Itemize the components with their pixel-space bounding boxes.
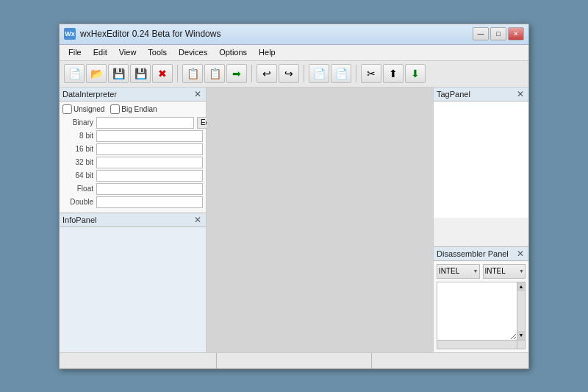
disasm-dropdown1-wrapper: INTEL	[437, 264, 480, 279]
data-interpreter-title: DataInterpreter	[62, 90, 117, 99]
disasm-scroll-area: ▲ ▼	[437, 282, 526, 341]
di-64bit-input[interactable]	[96, 170, 203, 182]
menu-tools[interactable]: Tools	[142, 46, 173, 58]
data-interpreter-panel: DataInterpreter ✕ Unsigned Big Endian	[60, 88, 206, 213]
big-endian-checkbox-label[interactable]: Big Endian	[110, 104, 157, 114]
new-button[interactable]: 📄	[64, 64, 85, 83]
di-64bit-label: 64 bit	[62, 171, 93, 179]
di-double-label: Double	[62, 198, 93, 206]
minimize-button[interactable]: —	[473, 27, 489, 40]
di-16bit-row: 16 bit	[62, 143, 203, 155]
menu-options[interactable]: Options	[213, 46, 253, 58]
app-icon: Wx	[64, 28, 76, 40]
disasm-hscroll-row	[437, 341, 526, 349]
big-endian-checkbox[interactable]	[110, 104, 120, 114]
window-controls: — □ ✕	[473, 27, 524, 40]
di-32bit-label: 32 bit	[62, 158, 93, 166]
di-32bit-input[interactable]	[96, 157, 203, 168]
page-next-button[interactable]: 📄	[331, 64, 351, 83]
hex-editor-area[interactable]	[207, 88, 433, 352]
data-interpreter-close[interactable]: ✕	[193, 89, 203, 99]
toolbar: 📄 📂 💾 💾 ✖ 📋 📋 ➡ ↩ ↪ 📄 📄 ✂ ⬆ ⬇	[60, 61, 528, 88]
disasm-vertical-scrollbar[interactable]: ▲ ▼	[517, 282, 526, 341]
copy-button[interactable]: 📋	[182, 64, 203, 83]
di-float-label: Float	[62, 185, 93, 193]
menu-bar: File Edit View Tools Devices Options Hel…	[60, 45, 528, 61]
unsigned-checkbox[interactable]	[62, 104, 72, 114]
status-segment-2	[217, 353, 371, 368]
cut-button[interactable]: ✂	[361, 64, 381, 83]
di-16bit-label: 16 bit	[62, 145, 93, 153]
forward-button[interactable]: ➡	[226, 64, 247, 83]
info-panel: InfoPanel ✕	[60, 213, 206, 352]
page-prev-button[interactable]: 📄	[309, 64, 329, 83]
di-double-row: Double	[62, 196, 203, 208]
menu-edit[interactable]: Edit	[87, 46, 113, 58]
disasm-scroll-up[interactable]: ▲	[517, 282, 525, 291]
unsigned-checkbox-label[interactable]: Unsigned	[62, 104, 104, 114]
right-panel: TagPanel ✕ Disassembler Panel ✕ INTEL	[433, 88, 528, 352]
disasm-dropdown2-wrapper: INTEL	[483, 264, 526, 279]
tag-panel-close[interactable]: ✕	[515, 89, 526, 99]
tag-panel-body	[434, 101, 528, 218]
di-8bit-label: 8 bit	[62, 132, 93, 140]
di-options-row: Unsigned Big Endian	[62, 104, 203, 114]
status-segment-1	[62, 353, 217, 368]
status-bar	[60, 352, 528, 368]
disasm-panel-body: INTEL INTEL ▲ ▼	[434, 261, 528, 352]
close-file-button[interactable]: ✖	[152, 64, 173, 83]
left-panel: DataInterpreter ✕ Unsigned Big Endian	[60, 88, 207, 352]
info-panel-body	[60, 227, 206, 316]
di-float-row: Float	[62, 183, 203, 195]
data-interpreter-header: DataInterpreter ✕	[60, 88, 206, 101]
redo-button[interactable]: ↪	[279, 64, 299, 83]
info-panel-close[interactable]: ✕	[193, 215, 203, 225]
di-16bit-input[interactable]	[96, 143, 203, 155]
menu-file[interactable]: File	[62, 46, 87, 58]
toolbar-separator-1	[177, 65, 178, 82]
tag-panel-title: TagPanel	[437, 90, 470, 99]
di-binary-label: Binary	[62, 118, 93, 126]
undo-button[interactable]: ↩	[257, 64, 277, 83]
tag-panel-header: TagPanel ✕	[434, 88, 528, 101]
info-panel-header: InfoPanel ✕	[60, 213, 206, 227]
disasm-text-area[interactable]	[437, 282, 517, 341]
disasm-dropdowns: INTEL INTEL	[437, 264, 526, 279]
menu-devices[interactable]: Devices	[173, 46, 213, 58]
di-8bit-row: 8 bit	[62, 130, 203, 142]
toolbar-separator-2	[251, 65, 252, 82]
di-64bit-row: 64 bit	[62, 170, 203, 182]
copy2-button[interactable]: ⬆	[383, 64, 404, 83]
di-float-input[interactable]	[96, 183, 203, 195]
main-content: DataInterpreter ✕ Unsigned Big Endian	[60, 88, 528, 352]
main-window: Wx wxHexEditor 0.24 Beta for Windows — □…	[59, 24, 529, 369]
close-button[interactable]: ✕	[508, 27, 524, 40]
paste-button[interactable]: 📋	[204, 64, 225, 83]
download-button[interactable]: ⬇	[405, 64, 426, 83]
save-as-button[interactable]: 💾	[130, 64, 151, 83]
data-interpreter-body: Unsigned Big Endian Binary Edit	[60, 101, 206, 213]
disassembler-panel: Disassembler Panel ✕ INTEL INTEL	[434, 247, 528, 352]
disasm-panel-header: Disassembler Panel ✕	[434, 247, 528, 261]
di-32bit-row: 32 bit	[62, 157, 203, 168]
menu-help[interactable]: Help	[253, 46, 282, 58]
status-segment-3	[372, 353, 526, 368]
di-8bit-input[interactable]	[96, 130, 203, 142]
tag-panel: TagPanel ✕	[434, 88, 528, 247]
di-binary-row: Binary Edit	[62, 117, 203, 129]
disasm-scroll-down[interactable]: ▼	[517, 331, 525, 340]
di-double-input[interactable]	[96, 196, 203, 208]
disasm-scroll-corner	[517, 341, 526, 349]
maximize-button[interactable]: □	[490, 27, 506, 40]
open-button[interactable]: 📂	[86, 64, 107, 83]
disasm-panel-close[interactable]: ✕	[515, 249, 526, 259]
disasm-dropdown2[interactable]: INTEL	[483, 264, 526, 279]
window-title: wxHexEditor 0.24 Beta for Windows	[80, 29, 473, 39]
di-binary-input[interactable]	[96, 117, 194, 129]
menu-view[interactable]: View	[113, 46, 143, 58]
toolbar-separator-4	[356, 65, 356, 82]
disasm-dropdown1[interactable]: INTEL	[437, 264, 480, 279]
disasm-horizontal-scrollbar[interactable]	[437, 341, 517, 349]
save-button[interactable]: 💾	[108, 64, 129, 83]
disasm-panel-title: Disassembler Panel	[437, 249, 509, 258]
